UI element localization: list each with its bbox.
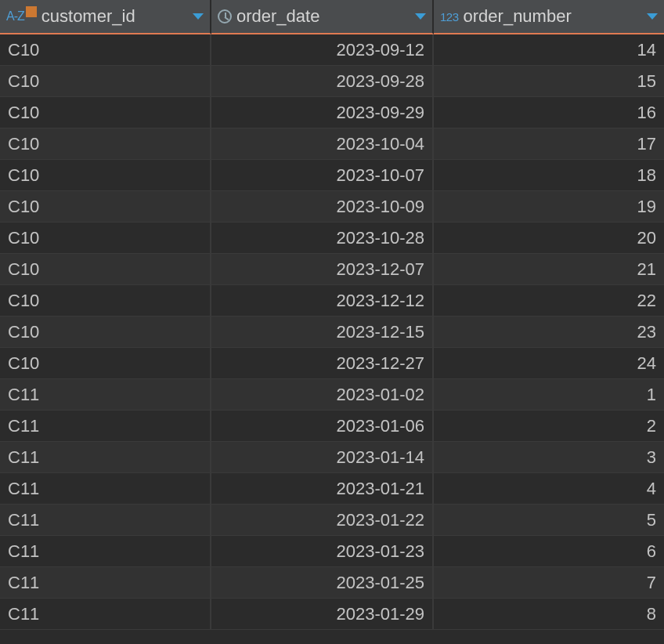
table-body: C102023-09-1214C102023-09-2815C102023-09… — [0, 34, 664, 630]
cell-customer-id[interactable]: C10 — [0, 348, 211, 379]
cell-customer-id[interactable]: C11 — [0, 567, 211, 599]
data-grid: A-Z customer_id order_date 123 order_num… — [0, 0, 664, 630]
cell-order-number[interactable]: 19 — [434, 191, 664, 223]
cell-customer-id[interactable]: C10 — [0, 34, 211, 66]
cell-order-number[interactable]: 23 — [434, 317, 664, 348]
table-row[interactable]: C102023-09-1214 — [0, 34, 664, 66]
column-label: order_number — [464, 6, 572, 27]
cell-order-date[interactable]: 2023-12-07 — [211, 254, 434, 285]
cell-customer-id[interactable]: C11 — [0, 505, 211, 536]
cell-order-date[interactable]: 2023-01-23 — [211, 536, 434, 567]
table-row[interactable]: C112023-01-298 — [0, 599, 664, 630]
number-type-icon: 123 — [440, 10, 459, 24]
cell-order-date[interactable]: 2023-12-27 — [211, 348, 434, 379]
cell-order-number[interactable]: 6 — [434, 536, 664, 567]
cell-order-date[interactable]: 2023-12-12 — [211, 285, 434, 317]
table-row[interactable]: C112023-01-225 — [0, 505, 664, 536]
cell-customer-id[interactable]: C10 — [0, 160, 211, 191]
cell-order-date[interactable]: 2023-09-28 — [211, 66, 434, 97]
cell-customer-id[interactable]: C11 — [0, 599, 211, 630]
cell-customer-id[interactable]: C10 — [0, 97, 211, 128]
cell-order-number[interactable]: 5 — [434, 505, 664, 536]
cell-order-date[interactable]: 2023-01-02 — [211, 379, 434, 411]
datetime-type-icon — [218, 9, 232, 24]
key-icon — [26, 6, 37, 17]
cell-order-date[interactable]: 2023-01-21 — [211, 473, 434, 505]
cell-order-date[interactable]: 2023-10-28 — [211, 223, 434, 254]
sort-dropdown-icon[interactable] — [415, 13, 426, 20]
cell-order-date[interactable]: 2023-01-14 — [211, 442, 434, 473]
cell-order-number[interactable]: 17 — [434, 128, 664, 160]
clock-icon — [218, 9, 232, 24]
table-row[interactable]: C112023-01-257 — [0, 567, 664, 599]
table-row[interactable]: C102023-12-0721 — [0, 254, 664, 285]
sort-dropdown-icon[interactable] — [647, 13, 658, 20]
cell-order-number[interactable]: 14 — [434, 34, 664, 66]
cell-customer-id[interactable]: C11 — [0, 473, 211, 505]
cell-order-number[interactable]: 24 — [434, 348, 664, 379]
cell-order-number[interactable]: 1 — [434, 379, 664, 411]
cell-customer-id[interactable]: C11 — [0, 536, 211, 567]
cell-customer-id[interactable]: C10 — [0, 191, 211, 223]
table-row[interactable]: C102023-12-1222 — [0, 285, 664, 317]
cell-order-number[interactable]: 3 — [434, 442, 664, 473]
cell-order-number[interactable]: 7 — [434, 567, 664, 599]
table-header-row: A-Z customer_id order_date 123 order_num… — [0, 0, 664, 34]
table-row[interactable]: C102023-10-0919 — [0, 191, 664, 223]
sort-dropdown-icon[interactable] — [193, 13, 204, 20]
cell-customer-id[interactable]: C10 — [0, 285, 211, 317]
cell-customer-id[interactable]: C10 — [0, 66, 211, 97]
cell-customer-id[interactable]: C10 — [0, 254, 211, 285]
cell-order-date[interactable]: 2023-01-25 — [211, 567, 434, 599]
table-row[interactable]: C102023-09-2916 — [0, 97, 664, 128]
column-label: order_date — [236, 6, 319, 27]
cell-order-date[interactable]: 2023-10-09 — [211, 191, 434, 223]
text-type-icon: A-Z — [6, 9, 37, 24]
cell-order-number[interactable]: 21 — [434, 254, 664, 285]
table-row[interactable]: C102023-09-2815 — [0, 66, 664, 97]
cell-customer-id[interactable]: C11 — [0, 379, 211, 411]
table-row[interactable]: C102023-12-2724 — [0, 348, 664, 379]
cell-order-number[interactable]: 15 — [434, 66, 664, 97]
cell-customer-id[interactable]: C10 — [0, 317, 211, 348]
table-row[interactable]: C112023-01-143 — [0, 442, 664, 473]
table-row[interactable]: C112023-01-214 — [0, 473, 664, 505]
cell-order-number[interactable]: 18 — [434, 160, 664, 191]
cell-order-date[interactable]: 2023-10-07 — [211, 160, 434, 191]
cell-order-date[interactable]: 2023-09-29 — [211, 97, 434, 128]
cell-order-number[interactable]: 4 — [434, 473, 664, 505]
cell-order-date[interactable]: 2023-10-04 — [211, 128, 434, 160]
table-row[interactable]: C102023-10-0718 — [0, 160, 664, 191]
cell-order-date[interactable]: 2023-01-06 — [211, 411, 434, 442]
column-header-order-number[interactable]: 123 order_number — [434, 0, 664, 34]
cell-order-number[interactable]: 8 — [434, 599, 664, 630]
table-row[interactable]: C102023-12-1523 — [0, 317, 664, 348]
table-row[interactable]: C112023-01-236 — [0, 536, 664, 567]
table-row[interactable]: C102023-10-2820 — [0, 223, 664, 254]
table-row[interactable]: C102023-10-0417 — [0, 128, 664, 160]
column-label: customer_id — [42, 6, 135, 27]
cell-customer-id[interactable]: C10 — [0, 223, 211, 254]
cell-order-number[interactable]: 2 — [434, 411, 664, 442]
cell-order-date[interactable]: 2023-12-15 — [211, 317, 434, 348]
cell-customer-id[interactable]: C11 — [0, 411, 211, 442]
column-header-order-date[interactable]: order_date — [211, 0, 434, 34]
cell-order-number[interactable]: 20 — [434, 223, 664, 254]
column-header-customer-id[interactable]: A-Z customer_id — [0, 0, 211, 34]
cell-order-date[interactable]: 2023-09-12 — [211, 34, 434, 66]
table-row[interactable]: C112023-01-021 — [0, 379, 664, 411]
cell-customer-id[interactable]: C11 — [0, 442, 211, 473]
cell-order-number[interactable]: 22 — [434, 285, 664, 317]
cell-order-date[interactable]: 2023-01-22 — [211, 505, 434, 536]
cell-order-date[interactable]: 2023-01-29 — [211, 599, 434, 630]
table-row[interactable]: C112023-01-062 — [0, 411, 664, 442]
cell-order-number[interactable]: 16 — [434, 97, 664, 128]
cell-customer-id[interactable]: C10 — [0, 128, 211, 160]
